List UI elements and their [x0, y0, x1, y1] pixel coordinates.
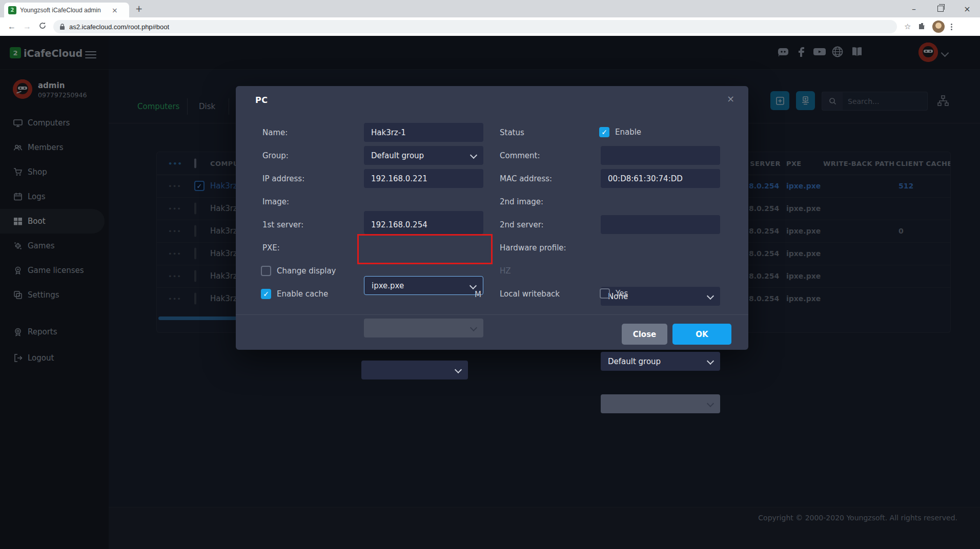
page: 2 Youngzsoft iCafeCloud admin × + – × ← … — [0, 0, 980, 549]
address-bar[interactable]: as2.icafecloud.com/root.php#boot — [53, 20, 897, 33]
image-label: Image: — [262, 197, 289, 206]
checkbox-checked — [599, 127, 609, 137]
dialog-title: PC — [255, 95, 268, 105]
change-display-label: Change display — [277, 266, 336, 276]
browser-profile-avatar[interactable] — [932, 20, 945, 33]
checkbox-unchecked — [600, 288, 610, 299]
browser-tab[interactable]: 2 Youngzsoft iCafeCloud admin × — [4, 3, 129, 17]
pc-dialog: PC × Name: Hak3rz-1 Group: Default group… — [236, 86, 748, 350]
second-server-label: 2nd server: — [500, 220, 544, 229]
extensions-puzzle-icon[interactable] — [918, 22, 926, 32]
reload-button[interactable] — [35, 22, 50, 32]
status-enable-checkbox[interactable]: Enable — [599, 127, 641, 137]
comment-input[interactable] — [601, 146, 720, 165]
local-writeback-yes-label: Yes — [616, 289, 628, 298]
first-server-input[interactable]: 192.168.0.254 — [364, 215, 483, 234]
window-minimize-button[interactable]: – — [902, 0, 926, 17]
site-favicon-icon: 2 — [8, 6, 16, 14]
checkbox-unchecked — [261, 266, 271, 276]
dialog-footer-divider — [236, 314, 748, 315]
browser-tab-title: Youngzsoft iCafeCloud admin — [20, 7, 110, 14]
second-image-label: 2nd image: — [500, 197, 543, 206]
window-restore-button[interactable] — [929, 0, 952, 17]
forward-button[interactable]: → — [19, 22, 35, 31]
cache-size-select[interactable] — [361, 361, 468, 379]
url-text: as2.icafecloud.com/root.php#boot — [69, 23, 169, 31]
back-button[interactable]: ← — [4, 22, 19, 31]
restore-icon — [937, 6, 944, 12]
browser-tab-strip: 2 Youngzsoft iCafeCloud admin × + – × — [0, 0, 980, 17]
display-select-disabled — [364, 319, 483, 337]
first-server-label: 1st server: — [262, 220, 303, 229]
tab-close-icon[interactable]: × — [112, 6, 118, 14]
change-display-checkbox[interactable]: Change display — [261, 266, 336, 276]
comment-label: Comment: — [500, 151, 540, 160]
second-server-input[interactable] — [601, 215, 720, 234]
reload-icon — [38, 22, 47, 30]
hz-select-disabled — [601, 394, 720, 413]
group-label: Group: — [262, 151, 289, 160]
pxe-select[interactable]: ipxe.pxe — [364, 276, 483, 295]
enable-cache-label: Enable cache — [277, 289, 328, 299]
browser-menu-icon[interactable] — [951, 23, 953, 31]
window-close-button[interactable]: × — [955, 0, 979, 17]
mac-address-label: MAC address: — [500, 174, 552, 183]
hz-label: HZ — [500, 266, 511, 276]
name-label: Name: — [262, 128, 288, 137]
bookmark-star-icon[interactable]: ☆ — [904, 22, 911, 31]
local-writeback-checkbox[interactable]: Yes — [600, 288, 628, 299]
mac-address-input[interactable]: 00:D8:61:30:74:DD — [601, 169, 720, 188]
name-input[interactable]: Hak3rz-1 — [364, 123, 483, 142]
group-select[interactable]: Default group — [364, 146, 483, 165]
browser-toolbar: ← → as2.icafecloud.com/root.php#boot ☆ — [0, 17, 980, 36]
dialog-close-icon[interactable]: × — [727, 93, 734, 104]
status-enable-label: Enable — [615, 128, 641, 137]
new-tab-button[interactable]: + — [135, 5, 142, 13]
https-lock-icon — [59, 24, 65, 30]
red-annotation-box — [357, 234, 493, 264]
ip-address-label: IP address: — [262, 174, 304, 183]
checkbox-checked — [261, 289, 271, 299]
hardware-profile-label: Hardware profile: — [500, 243, 566, 252]
pxe-label: PXE: — [262, 243, 280, 252]
hardware-profile-select[interactable]: Default group — [601, 352, 720, 371]
close-button[interactable]: Close — [622, 324, 667, 345]
local-writeback-label: Local writeback — [500, 289, 560, 299]
enable-cache-checkbox[interactable]: Enable cache — [261, 289, 328, 299]
ip-address-input[interactable]: 192.168.0.221 — [364, 169, 483, 188]
status-label: Status — [500, 128, 524, 137]
cache-unit-label: M — [475, 290, 481, 299]
ok-button[interactable]: OK — [672, 324, 731, 345]
